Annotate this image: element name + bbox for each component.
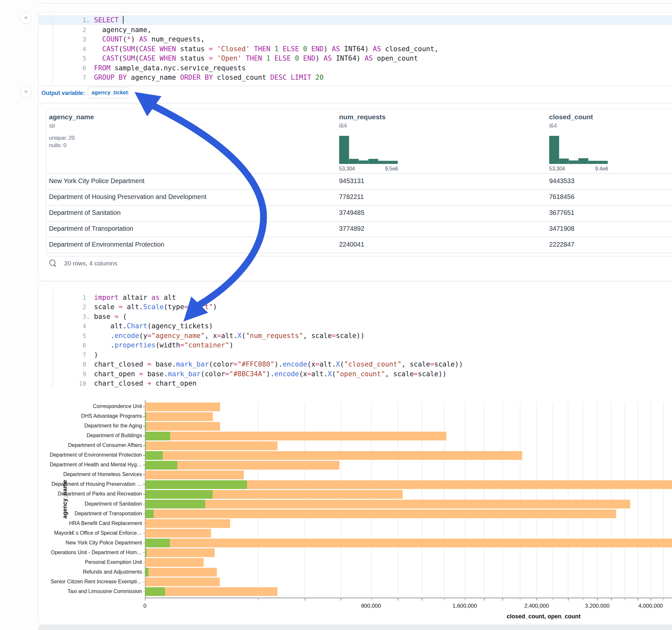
code-token: (type: [164, 303, 184, 311]
table-cell: 7782211: [339, 193, 364, 201]
column-header-num_requests[interactable]: num_requests: [339, 113, 386, 121]
code-token: alt.: [123, 303, 143, 311]
fold-chevron-icon[interactable]: ⌄: [87, 16, 90, 26]
column-type: str: [49, 122, 55, 129]
code-line: 7GROUP BY agency_name ORDER BY closed_co…: [38, 73, 672, 82]
code-text: .properties(width="container"): [94, 340, 233, 350]
histogram-bar: [349, 159, 359, 164]
code-token: 1: [266, 54, 270, 62]
code-token: [94, 35, 102, 43]
code-token: alt.: [319, 360, 336, 368]
code-token: SUM: [123, 45, 135, 53]
closed-count-bar: [145, 403, 220, 411]
search-icon[interactable]: [49, 260, 55, 266]
code-token: encode: [274, 370, 299, 378]
row-separator: [46, 205, 672, 206]
table-cell: 9453131: [339, 177, 364, 185]
table-cell: 7618456: [549, 193, 574, 201]
gridline: [583, 402, 583, 596]
code-token: .: [94, 341, 115, 349]
open-count-bar: [145, 500, 205, 508]
gridline: [502, 402, 503, 596]
x-axis-title: closed_count, open_count: [502, 613, 586, 620]
x-axis-tick: [583, 598, 583, 601]
code-token: (: [332, 370, 336, 378]
code-token: *: [127, 35, 131, 43]
code-token: AS: [365, 54, 373, 62]
line-number: 3: [71, 312, 86, 321]
code-token: =: [119, 303, 123, 311]
column-header-closed_count[interactable]: closed_count: [549, 113, 593, 121]
code-token: "agency_name": [151, 332, 205, 340]
open-count-bar: [145, 432, 170, 440]
sql-code-editor[interactable]: 1⌄SELECT 2 agency_name,3 COUNT(*) AS num…: [38, 12, 672, 86]
code-token: [155, 45, 160, 53]
code-token: num_requests,: [147, 35, 205, 43]
line-number: 5: [71, 331, 86, 341]
code-token: (color: [201, 370, 225, 378]
code-token: [241, 54, 246, 62]
gridline: [597, 402, 597, 596]
code-token: FROM: [94, 64, 111, 72]
histogram-min-label: 53,304: [339, 166, 355, 172]
code-text: agency_name,: [94, 25, 151, 35]
fold-chevron-icon[interactable]: ⌄: [87, 312, 90, 322]
code-token: , scale: [303, 332, 332, 340]
code-line: 2 agency_name,: [38, 25, 672, 35]
code-text: GROUP BY agency_name ORDER BY closed_cou…: [94, 73, 323, 82]
code-token: [270, 54, 274, 62]
histogram-bar: [359, 161, 368, 164]
code-token: alt.: [94, 322, 127, 330]
row-separator: [46, 189, 672, 190]
code-token: =: [315, 360, 320, 368]
next-cell-edge: [38, 625, 672, 630]
code-token: Chart: [127, 322, 147, 330]
closed-count-bar: [145, 441, 278, 450]
code-token: GROUP BY: [94, 74, 127, 81]
code-token: (x: [299, 370, 307, 378]
code-token: mark_bar: [176, 360, 209, 368]
column-type: i64: [549, 122, 557, 129]
x-axis-tick-label: 2,400,000: [509, 603, 564, 609]
column-histogram: [549, 137, 608, 164]
code-token: sample_data.nyc.service_requests: [111, 64, 246, 72]
add-cell-button-top[interactable]: +: [20, 12, 32, 24]
code-token: import: [94, 294, 119, 301]
table-cell: 3677651: [549, 209, 574, 217]
code-token: [270, 45, 274, 53]
code-token: open_count: [373, 54, 418, 62]
x-axis-tick: [398, 598, 399, 601]
python-code-editor[interactable]: 1import altair as alt2scale = alt.Scale(…: [38, 281, 672, 388]
x-axis-tick: [625, 598, 625, 601]
code-text: SELECT: [94, 15, 123, 25]
code-token: scale: [94, 303, 119, 311]
code-token: [262, 54, 266, 62]
code-token: ): [323, 45, 332, 53]
code-token: =: [225, 370, 230, 378]
open-count-bar: [145, 539, 170, 547]
code-token: ): [94, 351, 98, 359]
closed-count-bar: [145, 519, 230, 528]
code-token: status: [176, 54, 209, 62]
add-cell-button-middle[interactable]: +: [20, 86, 32, 98]
line-number: 3: [71, 34, 86, 44]
code-token: ): [213, 303, 217, 311]
code-text: chart_closed + chart_open: [94, 379, 196, 388]
line-number: 5: [71, 53, 86, 63]
code-token: (: [119, 313, 127, 320]
column-header-agency_name[interactable]: agency_name: [49, 113, 94, 121]
code-token: (: [135, 54, 139, 62]
code-token: =: [307, 370, 312, 378]
code-token: 20: [315, 74, 323, 81]
code-token: [213, 45, 217, 53]
code-token: [287, 74, 291, 81]
closed-count-bar: [145, 500, 630, 508]
output-variable-pill[interactable]: agency_tickets: [88, 87, 129, 98]
results-table-card: agency_namestrunique: 20nulls: 0num_requ…: [46, 108, 672, 256]
code-token: ): [315, 54, 323, 62]
y-axis-label: New York City Police Department: [45, 540, 142, 546]
table-cell: Department of Environmental Protection: [49, 241, 164, 248]
code-token: agency_name: [127, 74, 180, 81]
code-token: closed_count,: [381, 45, 438, 53]
altair-chart: agency_nameCorrespondence UnitDHS Advant…: [38, 397, 672, 624]
